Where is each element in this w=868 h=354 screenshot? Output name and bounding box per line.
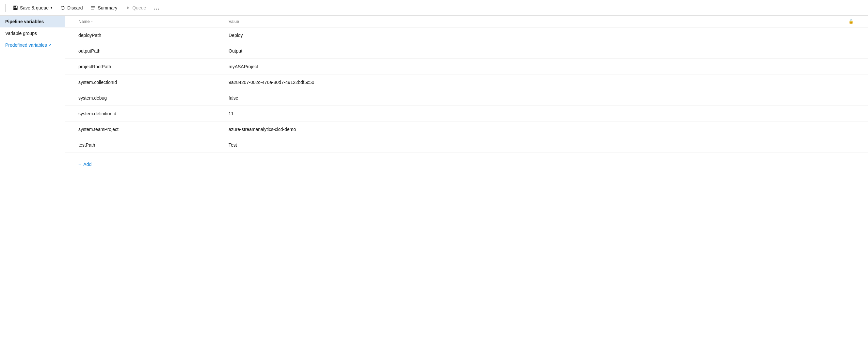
variable-groups-label: Variable groups bbox=[5, 31, 37, 36]
more-label: ... bbox=[154, 5, 160, 10]
svg-rect-2 bbox=[14, 8, 17, 10]
toolbar: Save & queue ▾ Discard Summary bbox=[0, 0, 868, 16]
cell-value-4: false bbox=[228, 95, 855, 101]
table-row[interactable]: system.definitionId 11 bbox=[65, 106, 868, 122]
cell-value-1: Output bbox=[228, 48, 855, 54]
cell-name-0: deployPath bbox=[79, 33, 228, 38]
add-section: + Add bbox=[65, 153, 868, 176]
col-value-label: Value bbox=[228, 19, 239, 24]
sidebar: Pipeline variables Variable groups Prede… bbox=[0, 16, 65, 354]
cell-value-7: Test bbox=[228, 142, 855, 148]
summary-icon bbox=[90, 5, 96, 10]
more-button[interactable]: ... bbox=[151, 3, 163, 12]
add-button-label: Add bbox=[83, 162, 91, 167]
discard-button[interactable]: Discard bbox=[57, 3, 86, 12]
table-row[interactable]: outputPath Output bbox=[65, 43, 868, 59]
table-header: Name ↑ Value 🔒 bbox=[65, 16, 868, 27]
discard-icon bbox=[60, 5, 65, 10]
predefined-variables-label: Predefined variables bbox=[5, 42, 47, 48]
col-value-header: Value bbox=[228, 19, 847, 24]
external-link-icon: ↗ bbox=[48, 43, 51, 47]
sidebar-item-pipeline-variables[interactable]: Pipeline variables bbox=[0, 16, 65, 27]
queue-icon bbox=[125, 5, 130, 10]
queue-label: Queue bbox=[132, 5, 146, 10]
table-row[interactable]: deployPath Deploy bbox=[65, 27, 868, 43]
sidebar-item-variable-groups[interactable]: Variable groups bbox=[0, 27, 65, 39]
cell-name-1: outputPath bbox=[79, 48, 228, 54]
content-area: Name ↑ Value 🔒 deployPath Deploy outputP… bbox=[65, 16, 868, 354]
cell-name-6: system.teamProject bbox=[79, 127, 228, 132]
cell-value-6: azure-streamanalytics-cicd-demo bbox=[228, 127, 855, 132]
summary-button[interactable]: Summary bbox=[87, 3, 121, 12]
cell-name-3: system.collectionId bbox=[79, 80, 228, 85]
cell-name-2: projectRootPath bbox=[79, 64, 228, 69]
col-lock-header: 🔒 bbox=[847, 19, 855, 24]
save-queue-label: Save & queue bbox=[20, 5, 49, 10]
cell-value-3: 9a284207-002c-476a-80d7-49122bdf5c50 bbox=[228, 80, 855, 85]
table-row[interactable]: projectRootPath myASAProject bbox=[65, 59, 868, 74]
cell-name-4: system.debug bbox=[79, 95, 228, 101]
predefined-variables-link[interactable]: Predefined variables ↗ bbox=[0, 39, 65, 51]
queue-button[interactable]: Queue bbox=[122, 3, 149, 12]
main-layout: Pipeline variables Variable groups Prede… bbox=[0, 16, 868, 354]
cell-name-7: testPath bbox=[79, 142, 228, 148]
sort-arrow-icon: ↑ bbox=[91, 20, 93, 24]
save-queue-button[interactable]: Save & queue ▾ bbox=[9, 3, 56, 12]
plus-icon: + bbox=[79, 161, 81, 167]
cell-value-0: Deploy bbox=[228, 33, 855, 38]
table-body: deployPath Deploy outputPath Output proj… bbox=[65, 27, 868, 153]
col-name-label: Name bbox=[79, 19, 90, 24]
table-row[interactable]: system.debug false bbox=[65, 90, 868, 106]
svg-rect-1 bbox=[14, 6, 16, 7]
lock-icon: 🔒 bbox=[848, 19, 854, 24]
pipeline-variables-label: Pipeline variables bbox=[5, 19, 44, 24]
cell-value-2: myASAProject bbox=[228, 64, 855, 69]
discard-label: Discard bbox=[67, 5, 83, 10]
chevron-down-icon: ▾ bbox=[51, 6, 52, 9]
save-icon bbox=[13, 5, 18, 10]
table-row[interactable]: system.teamProject azure-streamanalytics… bbox=[65, 122, 868, 137]
cell-value-5: 11 bbox=[228, 111, 855, 116]
table-row[interactable]: testPath Test bbox=[65, 137, 868, 153]
cell-name-5: system.definitionId bbox=[79, 111, 228, 116]
table-row[interactable]: system.collectionId 9a284207-002c-476a-8… bbox=[65, 74, 868, 90]
svg-marker-6 bbox=[127, 6, 129, 9]
add-variable-button[interactable]: + Add bbox=[79, 159, 91, 169]
col-name-header[interactable]: Name ↑ bbox=[79, 19, 228, 24]
summary-label: Summary bbox=[98, 5, 117, 10]
